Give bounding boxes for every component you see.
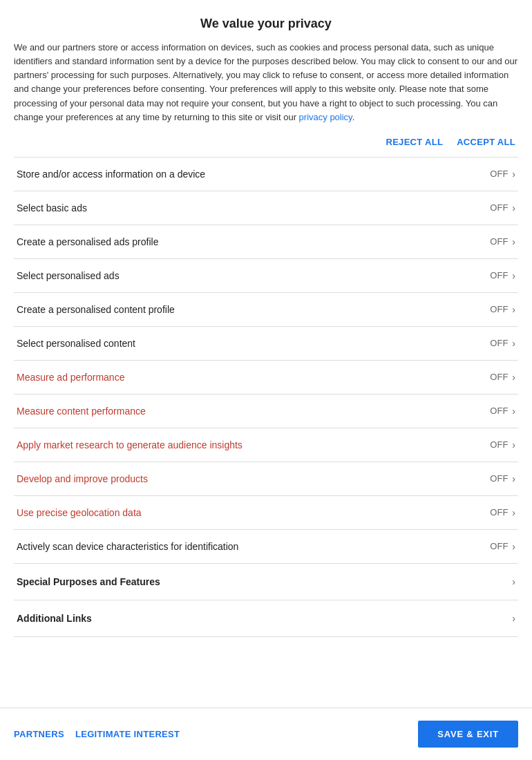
consent-items-list: Store and/or access information on a dev… <box>14 157 518 564</box>
consent-item-status-0: OFF <box>490 169 508 179</box>
consent-item-9[interactable]: Develop and improve productsOFF› <box>14 462 518 496</box>
consent-item-0[interactable]: Store and/or access information on a dev… <box>14 158 518 191</box>
consent-item-label-2: Create a personalised ads profile <box>17 236 158 247</box>
special-purposes-label: Special Purposes and Features <box>17 576 160 587</box>
consent-item-4[interactable]: Create a personalised content profileOFF… <box>14 293 518 327</box>
partners-button[interactable]: PARTNERS <box>14 729 64 739</box>
consent-item-status-5: OFF <box>490 338 508 348</box>
footer: PARTNERS LEGITIMATE INTEREST SAVE & EXIT <box>0 707 532 760</box>
consent-item-label-9: Develop and improve products <box>17 473 148 484</box>
consent-item-label-11: Actively scan device characteristics for… <box>17 541 238 552</box>
consent-item-status-11: OFF <box>490 541 508 551</box>
consent-item-chevron-5: › <box>512 338 515 349</box>
consent-item-7[interactable]: Measure content performanceOFF› <box>14 395 518 428</box>
consent-item-label-3: Select personalised ads <box>17 270 120 281</box>
page-title: We value your privacy <box>14 17 518 31</box>
save-exit-button[interactable]: SAVE & EXIT <box>418 721 518 748</box>
consent-item-6[interactable]: Measure ad performanceOFF› <box>14 361 518 395</box>
consent-item-11[interactable]: Actively scan device characteristics for… <box>14 530 518 564</box>
additional-links-chevron: › <box>512 613 515 624</box>
consent-item-chevron-1: › <box>512 202 515 213</box>
consent-item-status-6: OFF <box>490 372 508 382</box>
consent-item-status-10: OFF <box>490 507 508 517</box>
reject-all-button[interactable]: REJECT ALL <box>386 134 443 150</box>
consent-item-status-2: OFF <box>490 236 508 247</box>
consent-item-chevron-6: › <box>512 372 515 383</box>
consent-item-label-5: Select personalised content <box>17 338 135 349</box>
additional-links-item[interactable]: Additional Links › <box>14 600 518 637</box>
legitimate-interest-button[interactable]: LEGITIMATE INTEREST <box>75 729 180 739</box>
consent-item-chevron-11: › <box>512 541 515 552</box>
consent-item-label-1: Select basic ads <box>17 202 87 213</box>
consent-item-status-4: OFF <box>490 304 508 314</box>
consent-item-status-9: OFF <box>490 473 508 484</box>
consent-item-chevron-7: › <box>512 406 515 417</box>
consent-item-label-6: Measure ad performance <box>17 372 124 383</box>
consent-item-label-8: Apply market research to generate audien… <box>17 439 243 450</box>
consent-item-10[interactable]: Use precise geolocation dataOFF› <box>14 496 518 530</box>
consent-item-chevron-0: › <box>512 169 515 180</box>
footer-links: PARTNERS LEGITIMATE INTEREST <box>14 729 180 739</box>
consent-item-2[interactable]: Create a personalised ads profileOFF› <box>14 225 518 259</box>
consent-item-label-4: Create a personalised content profile <box>17 304 175 315</box>
consent-item-status-1: OFF <box>490 202 508 213</box>
consent-item-status-8: OFF <box>490 439 508 450</box>
consent-item-chevron-10: › <box>512 507 515 518</box>
consent-item-8[interactable]: Apply market research to generate audien… <box>14 428 518 462</box>
consent-item-label-0: Store and/or access information on a dev… <box>17 169 205 180</box>
consent-item-chevron-9: › <box>512 473 515 484</box>
action-buttons-row: REJECT ALL ACCEPT ALL <box>14 134 518 150</box>
consent-item-5[interactable]: Select personalised contentOFF› <box>14 327 518 361</box>
consent-item-1[interactable]: Select basic adsOFF› <box>14 191 518 225</box>
consent-item-chevron-3: › <box>512 270 515 281</box>
consent-item-status-7: OFF <box>490 406 508 416</box>
consent-item-label-10: Use precise geolocation data <box>17 507 142 518</box>
consent-item-chevron-8: › <box>512 439 515 450</box>
consent-item-chevron-4: › <box>512 304 515 315</box>
special-purposes-chevron: › <box>512 576 515 587</box>
consent-item-status-3: OFF <box>490 270 508 281</box>
special-purposes-item[interactable]: Special Purposes and Features › <box>14 564 518 600</box>
consent-item-label-7: Measure content performance <box>17 406 146 417</box>
privacy-policy-link[interactable]: privacy policy <box>299 112 352 122</box>
additional-links-label: Additional Links <box>17 613 92 624</box>
consent-item-chevron-2: › <box>512 236 515 247</box>
consent-item-3[interactable]: Select personalised adsOFF› <box>14 259 518 293</box>
intro-text: We and our partners store or access info… <box>14 41 518 124</box>
accept-all-button[interactable]: ACCEPT ALL <box>457 134 515 150</box>
